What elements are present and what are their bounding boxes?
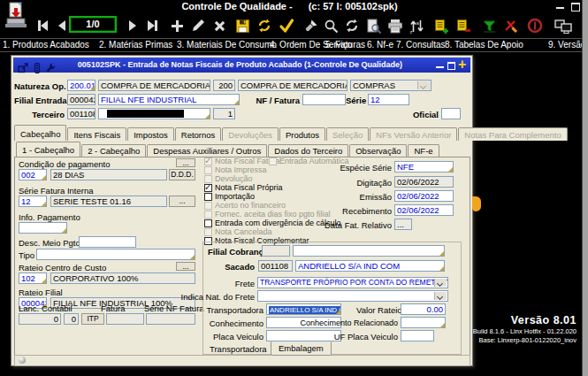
preview-button[interactable] (363, 15, 384, 36)
delete-button[interactable] (209, 15, 230, 36)
menu-consultas[interactable]: 7. Consultas (396, 40, 446, 50)
info-pagamento-field[interactable] (19, 222, 67, 234)
app-maximize-button[interactable] (571, 3, 580, 12)
list-add-button[interactable] (431, 15, 452, 36)
next-record-button[interactable] (122, 15, 143, 36)
bottom-tab-embalagem[interactable]: Embalagem (271, 341, 332, 356)
exit-button[interactable] (524, 15, 546, 36)
sacado-desc-field[interactable]: ANDRIELLO S/A IND COM (295, 260, 445, 272)
desc-meio-pgto-field[interactable] (79, 236, 136, 248)
bottom-tab-transportadora[interactable]: Transportadora (206, 342, 271, 356)
add-button[interactable] (166, 15, 187, 36)
search-button[interactable] (320, 15, 341, 36)
filial-entrada-desc-field[interactable]: FILIAL NFE INDUSTRIAL (98, 94, 240, 105)
serie-field[interactable]: 12 (368, 94, 409, 105)
tab-nfs-versao-anterior: NFs Versão Anterior (370, 127, 457, 141)
valor-rateio-field[interactable]: 0.00 (401, 303, 446, 315)
list-remove-button[interactable] (453, 15, 474, 36)
confirm-button[interactable] (276, 15, 297, 36)
menu-produtos-acabados[interactable]: 1. Produtos Acabados (3, 40, 89, 50)
tipo-field[interactable] (36, 249, 195, 260)
refresh-button[interactable] (341, 15, 363, 36)
natureza-op-code-field[interactable]: 200.01 (67, 80, 95, 91)
digitacao-label: Digitação (303, 178, 392, 188)
subtab-2-cabecalho[interactable]: 2 - Cabeçalho (81, 144, 146, 157)
filter-button[interactable] (478, 15, 500, 36)
tab-impostos[interactable]: Impostos (127, 127, 174, 141)
lanc-contabil-field-2: 0 (64, 313, 79, 325)
last-record-button[interactable] (141, 15, 163, 36)
tab-cabecalho[interactable]: Cabeçalho (14, 125, 66, 141)
menu-nfe[interactable]: 6. Nf-e (367, 40, 393, 50)
indica-nat-frete-select[interactable] (257, 290, 448, 302)
oficial-field[interactable] (441, 108, 461, 119)
red-x-brush-icon (503, 19, 518, 34)
export-window-icon[interactable] (18, 61, 28, 72)
print-button[interactable] (385, 15, 406, 36)
triangle-left-icon (41, 20, 48, 31)
clear-filter-button[interactable] (500, 15, 521, 36)
ddd-button[interactable]: D.D.D. (169, 169, 195, 180)
chevron-down-icon[interactable] (434, 292, 447, 300)
traffic-light-icon[interactable] (32, 61, 42, 72)
condicao-code-field[interactable]: 002 (19, 169, 47, 180)
checkbox-nota-fiscal-propria[interactable] (204, 184, 212, 192)
window-switch-button[interactable] (553, 15, 574, 36)
triangle-left-icon (58, 20, 65, 31)
subtab-1-cabecalho[interactable]: 1 - Cabeçalho (16, 142, 80, 157)
condicao-desc-field: 28 DIAS (50, 169, 167, 180)
recebimento-field[interactable]: 02/06/2022 (394, 204, 454, 216)
subtab-nfe[interactable]: NF-e (408, 144, 439, 157)
emissao-field[interactable]: 02/06/2022 (394, 190, 454, 202)
especie-serie-field[interactable]: NFE (394, 161, 454, 173)
window-titlebar[interactable]: 005102SPK - Entrada de Notas Fiscais de … (13, 58, 470, 73)
menu-materias-primas[interactable]: 2. Matérias Primas (99, 40, 172, 50)
menu-faturas[interactable]: 5. Faturas (325, 40, 365, 50)
app-session: (c: 57 l: 005102spk) (309, 1, 398, 12)
tab-retornos[interactable]: Retornos (175, 127, 222, 141)
tab-itens-fiscais[interactable]: Itens Fiscais (67, 127, 126, 141)
undo-refresh-button[interactable] (254, 15, 275, 36)
app-minimize-button[interactable] (556, 7, 564, 9)
natureza-op-num-field: 200 (213, 80, 235, 91)
tab-produtos[interactable]: Produtos (279, 127, 325, 141)
uf-placa-veiculo-field[interactable] (401, 330, 434, 341)
natureza-op-tipo-select[interactable]: COMPRAS (350, 80, 431, 91)
subtab-despesas-auxiliares[interactable]: Despesas Auxiliares / Outros (147, 144, 267, 157)
transportadora-field[interactable]: ANDRIELLO S/A IND COM (266, 303, 341, 315)
info-pagamento-label: Info. Pagamento (19, 212, 80, 222)
edit-button[interactable] (187, 15, 209, 36)
nf-fatura-field[interactable] (302, 94, 346, 105)
checkbox-importacao[interactable] (204, 193, 212, 201)
main-tabstrip: Cabeçalho Itens Fiscais Impostos Retorno… (14, 125, 569, 141)
filial-cobranca-desc-field[interactable] (293, 245, 445, 257)
chevron-down-icon[interactable] (434, 279, 447, 287)
chevron-down-icon[interactable] (417, 81, 430, 89)
rateio-cc-code-field[interactable]: 102 (19, 272, 47, 284)
data-fat-relativo-field[interactable]: ... (394, 219, 412, 230)
itp-button[interactable]: ITP (81, 313, 104, 325)
save-button[interactable] (232, 15, 253, 36)
rateio-cc-lookup-button[interactable]: ... (176, 262, 195, 271)
subtab-dados-terceiro[interactable]: Dados do Terceiro (268, 144, 348, 157)
serie-fatura-lookup-button[interactable]: ... (169, 196, 195, 207)
serie-fatura-code-field[interactable]: 12 (19, 196, 47, 207)
conhecimento-relacionado-field[interactable] (401, 317, 446, 328)
wrench-icon[interactable] (45, 61, 56, 72)
filial-entrada-label: Filial Entrada (14, 96, 65, 105)
menu-tabelas-apoio[interactable]: 8. Tabelas De Apoio (445, 40, 523, 50)
checkbox-entrada-divergencia[interactable] (204, 219, 212, 227)
condicao-lookup-button[interactable]: ... (176, 158, 195, 167)
checkbox-acerto-financeiro-label: Acerto no financeiro (215, 201, 286, 210)
clear-button[interactable] (300, 15, 321, 36)
frete-select[interactable]: TRANSPORTE PRÓPRIO POR CONTA DO REMETENT… (257, 277, 448, 288)
data-fat-relativo-label: Data Fat. Relativo (303, 220, 392, 230)
subtab-observacao[interactable]: Observação (349, 144, 407, 157)
menu-materiais-consumo[interactable]: 3. Materiais De Consumo (177, 40, 277, 50)
window-minimize-button[interactable] (436, 66, 444, 68)
sort-button[interactable]: az (406, 15, 427, 36)
window-maximize-button[interactable] (447, 62, 455, 70)
first-record-button[interactable] (32, 15, 53, 36)
window-add-button[interactable]: + (458, 57, 466, 72)
especie-serie-label: Espécie Série (303, 163, 392, 173)
